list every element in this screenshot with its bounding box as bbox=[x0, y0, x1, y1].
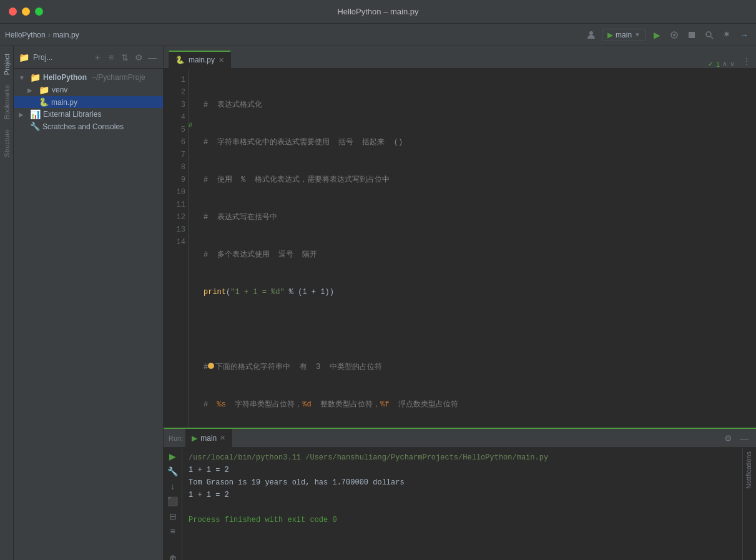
sidebar-label-venv: venv bbox=[52, 86, 67, 94]
minimize-button[interactable] bbox=[22, 7, 30, 16]
editor-area: 🐍 main.py ✕ ✓ 1 ∧ ∨ ⋮ 1 2 3 4 5 6 7 bbox=[164, 46, 756, 560]
code-line-2: # 字符串格式化中的表达式需要使用 括号 括起来 () bbox=[204, 136, 751, 149]
run-panel-minimize-icon[interactable]: — bbox=[737, 431, 751, 445]
run-output: /usr/local/bin/python3.11 /Users/hanshul… bbox=[182, 448, 742, 560]
left-tab-project[interactable]: Project bbox=[1, 49, 12, 80]
code-line-3: # 使用 % 格式化表达式，需要将表达式写到占位中 bbox=[204, 174, 751, 186]
scratches-icon: 🔧 bbox=[30, 122, 40, 131]
sidebar-item-mainpy[interactable]: ▶ 🐍 main.py bbox=[14, 96, 163, 108]
run-config-button[interactable]: ▶ main ▼ bbox=[602, 29, 646, 41]
check-count: 1 bbox=[716, 61, 720, 68]
sidebar-menu-icon[interactable]: ≡ bbox=[106, 52, 117, 63]
python-tab-icon: 🐍 bbox=[175, 56, 185, 64]
run-output-line-6: Process finished with exit code 0 bbox=[189, 514, 736, 526]
editor-tab-close[interactable]: ✕ bbox=[218, 56, 224, 64]
main-container: Project Bookmarks Structure 📁 Proj... + … bbox=[0, 46, 756, 560]
traffic-lights[interactable] bbox=[9, 7, 43, 16]
run-stop-btn[interactable]: ⬛ bbox=[167, 495, 179, 508]
run-label: Run: bbox=[169, 435, 183, 442]
sidebar-item-hellopython[interactable]: ▼ 📁 HelloPython ~/PycharmProje bbox=[14, 71, 163, 84]
sidebar-label-ext-libs: External Libraries bbox=[43, 110, 101, 119]
chart-icon-ext-libs: 📊 bbox=[30, 109, 41, 119]
left-tab-structure[interactable]: Structure bbox=[1, 124, 12, 162]
check-mark: ✓ bbox=[708, 60, 714, 68]
line-numbers: 1 2 3 4 5 6 7 8 9 10 11 12 13 14 bbox=[164, 69, 189, 428]
run-button[interactable]: ▶ bbox=[650, 28, 664, 42]
settings-button[interactable] bbox=[720, 28, 734, 42]
run-tab-main[interactable]: ▶ main ✕ bbox=[185, 429, 232, 448]
svg-rect-3 bbox=[689, 32, 695, 38]
gutter-area: # bbox=[189, 69, 199, 428]
sidebar-item-venv[interactable]: ▶ 📁 venv bbox=[14, 84, 163, 96]
sidebar-label-mainpy: main.py bbox=[51, 98, 77, 107]
sidebar-title: Proj... bbox=[33, 53, 52, 62]
sidebar-item-external-libs[interactable]: ▶ 📊 External Libraries bbox=[14, 108, 163, 120]
code-editor[interactable]: 1 2 3 4 5 6 7 8 9 10 11 12 13 14 # bbox=[164, 69, 756, 428]
code-line-9: # %s 字符串类型占位符，%d 整数类型占位符，%f 浮点数类型占位符 bbox=[204, 398, 751, 411]
sidebar-content: ▼ 📁 HelloPython ~/PycharmProje ▶ 📁 venv … bbox=[14, 69, 163, 560]
check-down[interactable]: ∨ bbox=[730, 60, 735, 68]
notifications-label[interactable]: Notifications bbox=[743, 448, 754, 493]
folder-icon-hellopython: 📁 bbox=[30, 72, 41, 82]
breadcrumb-file[interactable]: main.py bbox=[53, 31, 79, 39]
tree-arrow-ext-libs: ▶ bbox=[19, 111, 27, 118]
sidebar-item-scratches[interactable]: ▶ 🔧 Scratches and Consoles bbox=[14, 120, 163, 132]
profile-button[interactable] bbox=[584, 28, 598, 42]
close-button[interactable] bbox=[9, 7, 17, 16]
update-button[interactable]: → bbox=[737, 28, 751, 42]
python-icon-mainpy: 🐍 bbox=[39, 97, 49, 107]
stop-button[interactable] bbox=[685, 28, 699, 42]
sidebar-add-icon[interactable]: + bbox=[92, 52, 103, 63]
run-sidebar: ▶ 🔧 ↓ ⬛ ⊟ ≡ 🗑 bbox=[164, 448, 182, 560]
sidebar-header: 📁 Proj... + ≡ ⇅ ⚙ — bbox=[14, 46, 163, 69]
run-output-line-1: /usr/local/bin/python3.11 /Users/hanshul… bbox=[189, 451, 736, 464]
code-content[interactable]: # 表达式格式化 # 字符串格式化中的表达式需要使用 括号 括起来 () # 使… bbox=[199, 69, 756, 428]
editor-tab-mainpy[interactable]: 🐍 main.py ✕ bbox=[169, 51, 231, 68]
run-align-btn[interactable]: ≡ bbox=[167, 525, 179, 538]
sidebar-settings-icon[interactable]: ⚙ bbox=[133, 52, 144, 63]
sidebar-label-hellopython: HelloPython bbox=[43, 73, 87, 82]
run-config-label: main bbox=[616, 31, 632, 39]
sidebar: 📁 Proj... + ≡ ⇅ ⚙ — ▼ 📁 HelloPython ~/Py… bbox=[14, 46, 164, 560]
run-clear-btn[interactable]: 🗑 bbox=[167, 553, 179, 560]
debug-button[interactable] bbox=[667, 28, 681, 42]
editor-tab-label: main.py bbox=[189, 56, 215, 64]
tree-arrow-hellopython: ▼ bbox=[19, 74, 27, 81]
run-panel-settings-icon[interactable]: ⚙ bbox=[721, 431, 735, 445]
run-down-btn[interactable]: ↓ bbox=[167, 480, 179, 493]
sidebar-collapse-icon[interactable]: — bbox=[147, 52, 158, 63]
header-toolbar: HelloPython › main.py ▶ main ▼ ▶ bbox=[0, 24, 756, 46]
code-line-1: # 表达式格式化 bbox=[204, 99, 751, 111]
sidebar-label-scratches: Scratches and Consoles bbox=[42, 122, 124, 131]
sidebar-header-left: 📁 Proj... bbox=[19, 52, 52, 62]
run-split-btn[interactable]: ⊟ bbox=[167, 510, 179, 523]
code-line-5: # 多个表达式使用 逗号 隔开 bbox=[204, 248, 751, 261]
sidebar-icons: + ≡ ⇅ ⚙ — bbox=[92, 52, 158, 63]
svg-point-2 bbox=[673, 34, 675, 36]
header-left: HelloPython › main.py bbox=[5, 31, 79, 39]
sidebar-path-hellopython: ~/PycharmProje bbox=[92, 73, 145, 82]
run-wrench-btn[interactable]: 🔧 bbox=[167, 465, 179, 478]
check-up[interactable]: ∧ bbox=[722, 60, 727, 68]
code-line-8: #下面的格式化字符串中 有 3 中类型的占位符 bbox=[204, 361, 751, 373]
header-right: ▶ main ▼ ▶ → bbox=[584, 28, 751, 42]
run-play-btn[interactable]: ▶ bbox=[167, 450, 179, 463]
code-line-7 bbox=[204, 323, 751, 336]
svg-line-5 bbox=[711, 36, 714, 39]
breadcrumb-project[interactable]: HelloPython bbox=[5, 31, 46, 39]
search-button[interactable] bbox=[702, 28, 716, 42]
window-title: HelloPython – main.py bbox=[337, 7, 418, 16]
run-output-line-4: 1 + 1 = 2 bbox=[189, 489, 736, 501]
sidebar-sort-icon[interactable]: ⇅ bbox=[119, 52, 130, 63]
left-tab-bookmarks[interactable]: Bookmarks bbox=[1, 80, 12, 124]
run-tab-close[interactable]: ✕ bbox=[220, 434, 225, 442]
title-bar: HelloPython – main.py bbox=[0, 0, 756, 24]
run-tabs: Run: ▶ main ✕ ⚙ — bbox=[164, 429, 756, 448]
folder-icon-venv: 📁 bbox=[39, 85, 49, 95]
tree-arrow-venv: ▶ bbox=[27, 87, 36, 94]
code-line-6: print("1 + 1 = %d" % (1 + 1)) bbox=[204, 286, 751, 298]
run-panel-controls: ⚙ — bbox=[721, 431, 756, 445]
editor-settings-icon[interactable]: ⋮ bbox=[740, 54, 754, 68]
run-tab-main-label: main bbox=[200, 434, 217, 443]
maximize-button[interactable] bbox=[35, 7, 43, 16]
